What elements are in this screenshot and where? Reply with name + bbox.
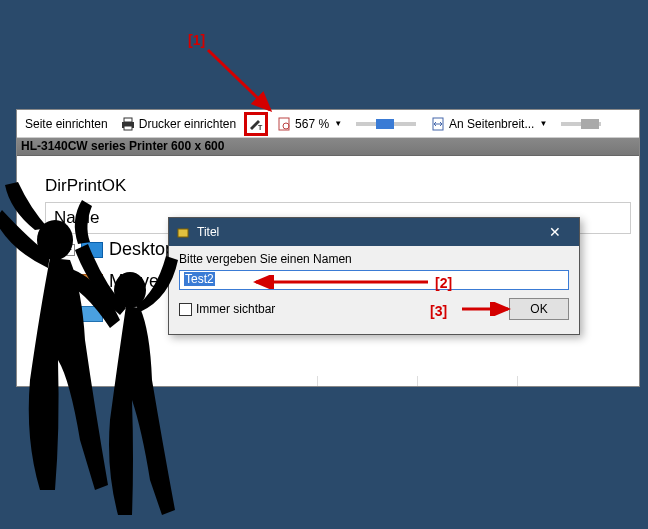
ok-button[interactable]: OK (509, 298, 569, 320)
slider-thumb[interactable] (376, 119, 394, 129)
page-setup-button[interactable]: Seite einrichten (21, 115, 112, 133)
dialog-title-text: Titel (197, 225, 219, 239)
close-button[interactable]: ✕ (537, 224, 573, 240)
chevron-down-icon: ▼ (539, 119, 547, 128)
printer-setup-button[interactable]: Drucker einrichten (116, 114, 240, 134)
grid-lines (17, 376, 639, 386)
text-tool-button[interactable]: T (244, 112, 268, 136)
drive-icon (81, 274, 103, 290)
slider-thumb[interactable] (581, 119, 599, 129)
desktop-icon (81, 242, 103, 258)
svg-text:T: T (258, 124, 263, 131)
checkbox-label: Immer sichtbar (196, 302, 275, 316)
expand-icon[interactable]: + (63, 244, 75, 256)
name-input[interactable]: Test2 (179, 270, 569, 290)
printer-info-text: HL-3140CW series Printer 600 x 600 (21, 139, 224, 153)
always-visible-checkbox[interactable] (179, 303, 192, 316)
zoom-display[interactable]: 567 % ▼ (272, 114, 346, 134)
pencil-text-icon: T (248, 116, 264, 132)
fit-width-icon (430, 116, 446, 132)
expand-icon[interactable]: + (63, 276, 75, 288)
fit-width-button[interactable]: An Seitenbreit... ▼ (426, 114, 551, 134)
page-setup-label: Seite einrichten (25, 117, 108, 131)
document-title: DirPrintOK (45, 176, 631, 196)
svg-rect-7 (178, 229, 188, 237)
zoom-value: 567 % (295, 117, 329, 131)
expand-icon[interactable]: + (63, 308, 75, 320)
zoom-page-icon (276, 116, 292, 132)
column-header-label: Name (54, 208, 99, 228)
svg-rect-2 (124, 126, 132, 130)
second-slider[interactable] (561, 122, 601, 126)
toolbar: Seite einrichten Drucker einrichten T 56… (17, 110, 639, 138)
row-label: Desktop (109, 239, 175, 260)
dialog-footer: Immer sichtbar OK (179, 298, 569, 320)
dialog-icon (175, 224, 191, 240)
zoom-slider[interactable] (356, 122, 416, 126)
dialog-titlebar[interactable]: Titel ✕ (169, 218, 579, 246)
svg-rect-1 (124, 118, 132, 122)
dialog-prompt: Bitte vergeben Sie einen Namen (179, 252, 569, 266)
annotation-1: [1] (188, 32, 205, 48)
dialog-body: Bitte vergeben Sie einen Namen Test2 Imm… (169, 246, 579, 326)
name-input-value: Test2 (184, 272, 215, 286)
title-dialog: Titel ✕ Bitte vergeben Sie einen Namen T… (168, 217, 580, 335)
fit-width-label: An Seitenbreit... (449, 117, 534, 131)
drive-icon (81, 306, 103, 322)
printer-icon (120, 116, 136, 132)
chevron-down-icon: ▼ (334, 119, 342, 128)
printer-info-bar: HL-3140CW series Printer 600 x 600 (17, 138, 639, 156)
printer-setup-label: Drucker einrichten (139, 117, 236, 131)
